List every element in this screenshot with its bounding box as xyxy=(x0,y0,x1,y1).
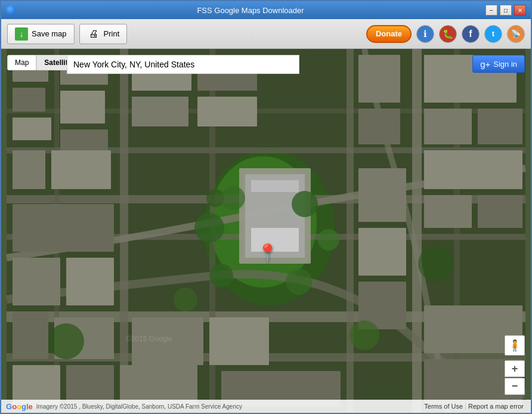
svg-rect-22 xyxy=(51,150,111,189)
app-icon xyxy=(6,5,16,15)
facebook-button[interactable]: f xyxy=(462,25,480,43)
bug-button[interactable]: 🐛 xyxy=(439,25,457,43)
svg-rect-21 xyxy=(13,150,45,189)
print-button[interactable]: Print xyxy=(79,24,128,44)
title-bar: FSS Google Maps Downloader − □ ✕ xyxy=(1,1,531,19)
svg-rect-11 xyxy=(347,49,354,413)
svg-text:©2015 Google: ©2015 Google xyxy=(126,335,172,343)
pegman-icon: 🧍 xyxy=(508,339,521,352)
svg-rect-16 xyxy=(13,88,45,112)
svg-rect-34 xyxy=(197,97,257,126)
map-footer: Google Imagery ©2015 , Bluesky, DigitalG… xyxy=(1,400,531,413)
svg-rect-46 xyxy=(478,195,522,228)
svg-rect-44 xyxy=(424,150,522,189)
svg-rect-23 xyxy=(13,204,114,252)
minimize-button[interactable]: − xyxy=(485,5,497,16)
google-icon: g+ xyxy=(480,59,490,69)
svg-rect-42 xyxy=(424,109,472,144)
search-box-container xyxy=(67,55,299,74)
svg-rect-26 xyxy=(13,311,48,359)
svg-point-59 xyxy=(418,246,454,282)
facebook-icon: f xyxy=(469,29,472,39)
window-controls: − □ ✕ xyxy=(485,5,526,16)
footer-left: Google Imagery ©2015 , Bluesky, DigitalG… xyxy=(6,402,242,411)
map-pin: 📍 xyxy=(257,243,278,262)
svg-point-62 xyxy=(292,191,318,217)
svg-rect-17 xyxy=(13,118,51,140)
zoom-out-button[interactable]: − xyxy=(505,378,525,395)
map-type-map-button[interactable]: Map xyxy=(7,55,36,70)
svg-rect-49 xyxy=(358,168,406,222)
maximize-button[interactable]: □ xyxy=(500,5,512,16)
zoom-controls: 🧍 + − xyxy=(505,335,525,395)
sign-in-button[interactable]: g+ Sign in xyxy=(472,55,525,73)
save-map-icon xyxy=(15,27,28,41)
save-map-button[interactable]: Save map xyxy=(7,24,75,44)
map-container[interactable]: ©2015 Google 📍 Map Satellite g+ Sign in xyxy=(1,49,531,413)
report-error-link[interactable]: Report a map error xyxy=(466,403,526,410)
window-title: FSS Google Maps Downloader xyxy=(16,6,485,15)
svg-point-61 xyxy=(221,186,245,210)
svg-rect-25 xyxy=(66,258,114,305)
svg-point-64 xyxy=(209,264,233,288)
svg-rect-13 xyxy=(454,49,460,413)
svg-rect-50 xyxy=(358,228,406,276)
svg-rect-39 xyxy=(358,55,400,103)
svg-point-56 xyxy=(174,288,197,311)
zoom-in-button[interactable]: + xyxy=(505,360,525,377)
rss-button[interactable]: 📡 xyxy=(507,25,525,43)
rss-icon: 📡 xyxy=(511,29,521,38)
svg-rect-32 xyxy=(132,97,188,126)
svg-point-63 xyxy=(318,229,339,251)
sign-in-label: Sign in xyxy=(493,60,517,69)
search-input[interactable] xyxy=(67,55,299,74)
svg-rect-9 xyxy=(120,49,128,413)
info-button[interactable]: ℹ xyxy=(416,25,434,43)
pegman-button[interactable]: 🧍 xyxy=(505,335,525,356)
bug-icon: 🐛 xyxy=(443,29,454,39)
svg-rect-53 xyxy=(209,317,269,365)
print-icon xyxy=(87,27,100,41)
svg-point-60 xyxy=(194,213,224,243)
donate-button[interactable]: Donate xyxy=(366,25,412,43)
toolbar: Save map Print Donate ℹ 🐛 f t 📡 xyxy=(1,19,531,49)
twitter-button[interactable]: t xyxy=(484,25,502,43)
svg-rect-24 xyxy=(13,258,60,305)
svg-rect-43 xyxy=(478,109,522,144)
save-map-label: Save map xyxy=(32,29,67,38)
svg-point-65 xyxy=(286,268,312,295)
imagery-attribution: Imagery ©2015 , Bluesky, DigitalGlobe, S… xyxy=(36,403,242,410)
svg-rect-45 xyxy=(424,195,472,228)
window-frame: FSS Google Maps Downloader − □ ✕ Save ma… xyxy=(0,0,532,414)
footer-right: Terms of Use Report a map error xyxy=(422,403,526,410)
info-icon: ℹ xyxy=(423,29,427,39)
print-label: Print xyxy=(104,29,120,38)
svg-point-58 xyxy=(349,320,379,350)
map-background: ©2015 Google 📍 Map Satellite g+ Sign in xyxy=(1,49,531,413)
close-button[interactable]: ✕ xyxy=(514,5,526,16)
google-logo: Google xyxy=(6,402,33,411)
map-svg: ©2015 Google xyxy=(1,49,531,413)
terms-of-use-link[interactable]: Terms of Use xyxy=(422,403,466,410)
svg-rect-19 xyxy=(60,91,105,123)
svg-point-55 xyxy=(48,323,84,359)
svg-rect-40 xyxy=(358,109,400,144)
twitter-icon: t xyxy=(492,29,494,38)
svg-rect-37 xyxy=(251,180,299,192)
